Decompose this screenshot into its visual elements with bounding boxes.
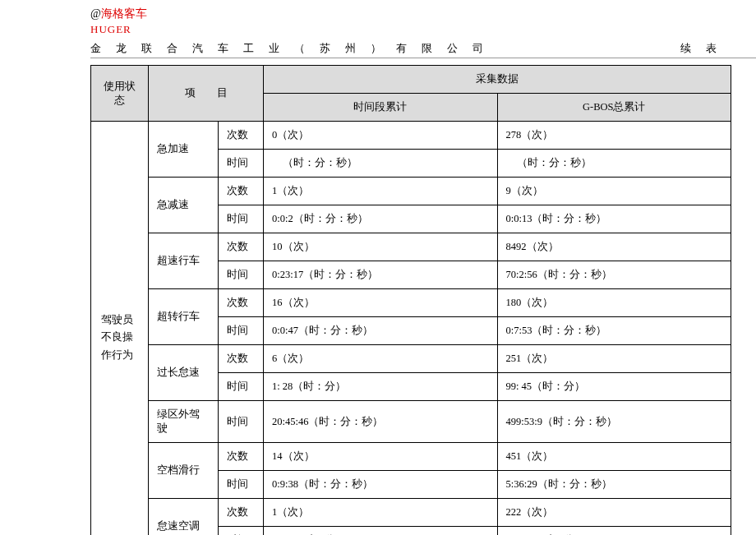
metric-label: 时间 [219, 317, 264, 345]
cell-gbos: 91: 36（时：分） [497, 527, 731, 536]
category-cell: 驾驶员不良操作行为 [91, 122, 149, 536]
cell-gbos: 99: 45（时：分） [497, 373, 731, 401]
document-header: @海格客车 HUGER 金龙联合汽车工业（苏州）有限公司 续表 [0, 7, 756, 58]
data-table: 使用状态 项 目 采集数据 时间段累计 G-BOS总累计 驾驶员不良操作行为 急… [90, 65, 731, 535]
cell-period: 0:23:17（时：分：秒） [264, 261, 498, 289]
cell-period: 16（次） [264, 289, 498, 317]
company-name: 金龙联合汽车工业（苏州）有限公司 [90, 41, 498, 56]
cell-gbos: 251（次） [497, 345, 731, 373]
metric-label: 时间 [219, 471, 264, 499]
table-row: 过长怠速 次数 6（次） 251（次） [91, 345, 731, 373]
cell-period: 6（次） [264, 345, 498, 373]
cell-period: 14（次） [264, 443, 498, 471]
cell-period: 1（次） [264, 499, 498, 527]
metric-label: 时间 [219, 527, 264, 536]
brand-at: @ [90, 7, 101, 20]
cell-gbos: 8492（次） [497, 233, 731, 261]
table-container: 使用状态 项 目 采集数据 时间段累计 G-BOS总累计 驾驶员不良操作行为 急… [0, 58, 756, 535]
table-row: 绿区外驾驶 时间 20:45:46（时：分：秒） 499:53:9（时：分：秒） [91, 401, 731, 443]
cell-period: 1: 28（时：分） [264, 373, 498, 401]
metric-label: 时间 [219, 205, 264, 233]
cell-gbos: 5:36:29（时：分：秒） [497, 471, 731, 499]
brand-name-cn: 海格客车 [101, 7, 147, 20]
th-status: 使用状态 [91, 66, 149, 122]
metric-label: 次数 [219, 178, 264, 205]
metric-label: 次数 [219, 233, 264, 261]
company-line: 金龙联合汽车工业（苏州）有限公司 续表 [90, 41, 756, 58]
th-item: 项 目 [149, 66, 264, 122]
item-name: 急加速 [149, 122, 219, 178]
cell-gbos: 180（次） [497, 289, 731, 317]
cell-period: 0:0:2（时：分：秒） [264, 205, 498, 233]
item-name: 超转行车 [149, 289, 219, 345]
cell-period: 10（次） [264, 233, 498, 261]
table-row: 驾驶员不良操作行为 急加速 次数 0（次） 278（次） [91, 122, 731, 150]
metric-label: 次数 [219, 443, 264, 471]
cell-period: 1（次） [264, 178, 498, 205]
brand-name-en: HUGER [90, 23, 756, 36]
metric-label: 次数 [219, 345, 264, 373]
metric-label: 时间 [219, 150, 264, 178]
table-header-row: 使用状态 项 目 采集数据 [91, 66, 731, 94]
cell-gbos: 0:7:53（时：分：秒） [497, 317, 731, 345]
cell-gbos: （时：分：秒） [497, 150, 731, 178]
cell-gbos: 0:0:13（时：分：秒） [497, 205, 731, 233]
cell-period: （时：分：秒） [264, 150, 498, 178]
metric-label: 次数 [219, 499, 264, 527]
th-data: 采集数据 [264, 66, 731, 94]
table-row: 怠速空调 次数 1（次） 222（次） [91, 499, 731, 527]
metric-label: 次数 [219, 122, 264, 150]
brand-line: @海格客车 [90, 7, 756, 21]
cell-gbos: 499:53:9（时：分：秒） [497, 401, 731, 443]
item-name: 怠速空调 [149, 499, 219, 536]
cell-gbos: 9（次） [497, 178, 731, 205]
table-row: 超转行车 次数 16（次） 180（次） [91, 289, 731, 317]
item-name: 绿区外驾驶 [149, 401, 219, 443]
metric-label: 时间 [219, 373, 264, 401]
item-name: 过长怠速 [149, 345, 219, 401]
cell-period: 0: 11（时：分） [264, 527, 498, 536]
item-name: 空档滑行 [149, 443, 219, 499]
cell-period: 0:9:38（时：分：秒） [264, 471, 498, 499]
th-period: 时间段累计 [264, 94, 498, 122]
table-row: 空档滑行 次数 14（次） 451（次） [91, 443, 731, 471]
cell-gbos: 222（次） [497, 499, 731, 527]
metric-label: 次数 [219, 289, 264, 317]
continuation-label: 续表 [680, 41, 731, 56]
table-row: 超速行车 次数 10（次） 8492（次） [91, 233, 731, 261]
table-row: 急减速 次数 1（次） 9（次） [91, 178, 731, 205]
th-gbos: G-BOS总累计 [497, 94, 731, 122]
item-name: 超速行车 [149, 233, 219, 289]
metric-label: 时间 [219, 401, 264, 443]
metric-label: 时间 [219, 261, 264, 289]
cell-gbos: 451（次） [497, 443, 731, 471]
cell-gbos: 278（次） [497, 122, 731, 150]
cell-period: 20:45:46（时：分：秒） [264, 401, 498, 443]
cell-period: 0（次） [264, 122, 498, 150]
cell-gbos: 70:2:56（时：分：秒） [497, 261, 731, 289]
item-name: 急减速 [149, 178, 219, 233]
cell-period: 0:0:47（时：分：秒） [264, 317, 498, 345]
